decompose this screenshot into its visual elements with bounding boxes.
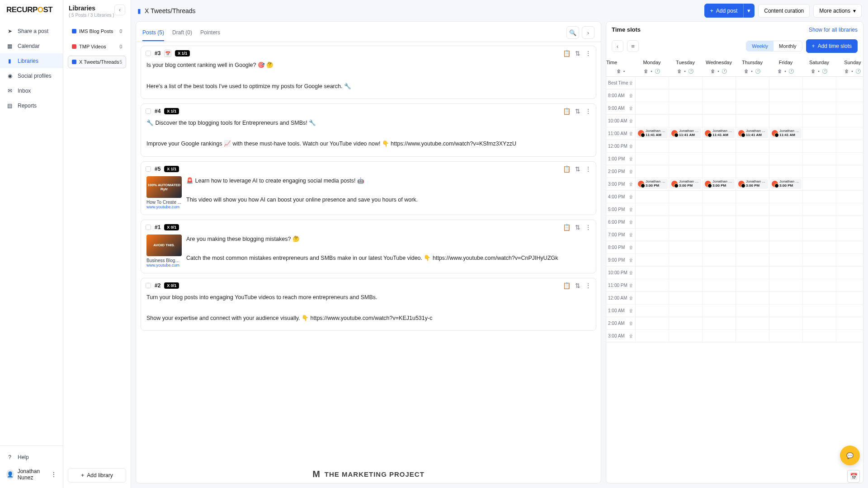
timeslot-cell[interactable] — [669, 89, 702, 102]
timeslot-cell[interactable] — [702, 317, 736, 329]
timeslot-cell[interactable] — [736, 153, 769, 165]
clock-icon[interactable]: 🕐 — [655, 69, 660, 74]
copy-icon[interactable]: 📋 — [563, 165, 571, 173]
timeslot-cell[interactable] — [769, 115, 802, 127]
timeslot-cell[interactable] — [702, 89, 736, 102]
timeslot-cell[interactable] — [836, 254, 863, 266]
more-icon[interactable]: ⋮ — [585, 224, 591, 231]
timeslot-cell[interactable] — [802, 77, 836, 89]
timeslot-cell[interactable] — [769, 292, 802, 304]
post-checkbox[interactable] — [146, 166, 151, 172]
timeslot-cell[interactable] — [769, 203, 802, 216]
timeslot-cell[interactable] — [669, 241, 702, 253]
delete-row-icon[interactable]: 🗑 — [629, 118, 633, 123]
timeslot-cell[interactable] — [836, 191, 863, 203]
copy-icon[interactable]: 📋 — [563, 282, 571, 289]
timeslot-event[interactable]: Jonathan Nuñ...3:00 PM — [737, 179, 768, 189]
timeslot-cell[interactable] — [769, 305, 802, 317]
timeslot-cell[interactable] — [836, 102, 863, 114]
timeslot-cell[interactable] — [669, 305, 702, 317]
timeslot-cell[interactable] — [802, 305, 836, 317]
timeslot-cell[interactable] — [702, 77, 736, 89]
delete-row-icon[interactable]: 🗑 — [629, 93, 633, 98]
delete-row-icon[interactable]: 🗑 — [629, 182, 633, 187]
delete-row-icon[interactable]: 🗑 — [629, 156, 633, 161]
timeslot-cell[interactable] — [802, 89, 836, 102]
delete-icon[interactable]: 🗑 — [677, 69, 682, 74]
copy-icon[interactable]: 📋 — [563, 224, 571, 231]
content-curation-button[interactable]: Content curation — [758, 4, 810, 18]
timeslot-cell[interactable] — [635, 330, 669, 342]
add-post-dropdown[interactable]: ▾ — [743, 4, 755, 18]
timeslot-cell[interactable] — [669, 165, 702, 178]
timeslot-cell[interactable] — [802, 229, 836, 241]
more-icon[interactable]: ⋮ — [585, 108, 591, 115]
timeslot-cell[interactable]: Jonathan Nuñ...11:41 AM — [635, 127, 669, 140]
timeslot-cell[interactable] — [702, 102, 736, 114]
timeslot-cell[interactable] — [635, 305, 669, 317]
timeslot-cell[interactable]: Jonathan Nuñ...11:41 AM — [669, 127, 702, 140]
timeslot-cell[interactable] — [635, 317, 669, 329]
timeslot-cell[interactable]: Jonathan Nuñ...3:00 PM — [702, 178, 736, 190]
timeslot-cell[interactable] — [769, 254, 802, 266]
copy-icon[interactable]: ▪ — [651, 69, 652, 74]
timeslot-cell[interactable] — [836, 292, 863, 304]
timeslot-cell[interactable] — [802, 115, 836, 127]
delete-icon[interactable]: 🗑 — [644, 69, 648, 74]
timeslot-cell[interactable] — [836, 115, 863, 127]
timeslot-cell[interactable] — [736, 216, 769, 228]
delete-row-icon[interactable]: 🗑 — [629, 144, 633, 149]
timeslot-cell[interactable] — [769, 229, 802, 241]
nav-calendar[interactable]: ▦Calendar — [0, 38, 63, 53]
timeslot-cell[interactable] — [769, 317, 802, 329]
timeslot-cell[interactable] — [802, 267, 836, 279]
timeslot-cell[interactable] — [669, 203, 702, 216]
add-post-button[interactable]: +Add post — [704, 4, 743, 18]
timeslot-cell[interactable] — [769, 330, 802, 342]
timeslot-cell[interactable] — [669, 102, 702, 114]
timeslot-cell[interactable] — [635, 216, 669, 228]
more-actions-button[interactable]: More actions ▾ — [813, 4, 862, 18]
reorder-icon[interactable]: ⇅ — [575, 224, 580, 231]
search-button[interactable]: 🔍 — [566, 26, 579, 39]
reorder-icon[interactable]: ⇅ — [575, 282, 580, 289]
timeslot-cell[interactable] — [702, 153, 736, 165]
timeslot-cell[interactable]: Jonathan Nuñ...11:41 AM — [702, 127, 736, 140]
timeslot-cell[interactable]: Jonathan Nuñ...11:41 AM — [769, 127, 802, 140]
chat-fab-button[interactable]: 💬 — [840, 446, 860, 465]
tab-pointers[interactable]: Pointers — [200, 27, 220, 41]
delete-row-icon[interactable]: 🗑 — [629, 80, 633, 85]
delete-row-icon[interactable]: 🗑 — [629, 308, 633, 313]
timeslot-cell[interactable] — [736, 115, 769, 127]
post-thumbnail[interactable]: AVOID THIS. — [146, 235, 182, 256]
timeslot-cell[interactable] — [669, 330, 702, 342]
timeslot-cell[interactable] — [669, 292, 702, 304]
copy-icon[interactable]: 📋 — [563, 108, 571, 115]
timeslot-cell[interactable] — [736, 89, 769, 102]
timeslot-cell[interactable] — [635, 102, 669, 114]
timeslot-cell[interactable] — [702, 165, 736, 178]
timeslot-cell[interactable] — [702, 305, 736, 317]
timeslot-cell[interactable] — [669, 191, 702, 203]
delete-icon[interactable]: 🗑 — [778, 69, 782, 74]
timeslot-event[interactable]: Jonathan Nuñ...3:00 PM — [770, 179, 802, 189]
user-more-icon[interactable]: ⋮ — [51, 471, 57, 478]
timeslot-cell[interactable] — [702, 254, 736, 266]
timeslot-cell[interactable] — [669, 77, 702, 89]
delete-row-icon[interactable]: 🗑 — [629, 106, 633, 111]
timeslot-cell[interactable] — [769, 191, 802, 203]
clock-icon[interactable]: 🕐 — [822, 69, 827, 74]
timeslot-cell[interactable]: Jonathan Nuñ...11:41 AM — [736, 127, 769, 140]
copy-icon[interactable]: ▪ — [851, 69, 853, 74]
copy-icon[interactable]: 📋 — [563, 50, 571, 57]
timeslot-cell[interactable] — [836, 267, 863, 279]
timeslot-cell[interactable] — [736, 77, 769, 89]
timeslot-cell[interactable] — [769, 241, 802, 253]
timeslot-cell[interactable] — [736, 165, 769, 178]
timeslot-cell[interactable] — [736, 267, 769, 279]
clock-icon[interactable]: 🕐 — [722, 69, 727, 74]
delete-icon[interactable]: 🗑 — [811, 69, 816, 74]
delete-row-icon[interactable]: 🗑 — [629, 232, 633, 237]
timeslots-filter-button[interactable]: ≡ — [627, 40, 639, 52]
copy-icon[interactable]: ▪ — [751, 69, 753, 74]
